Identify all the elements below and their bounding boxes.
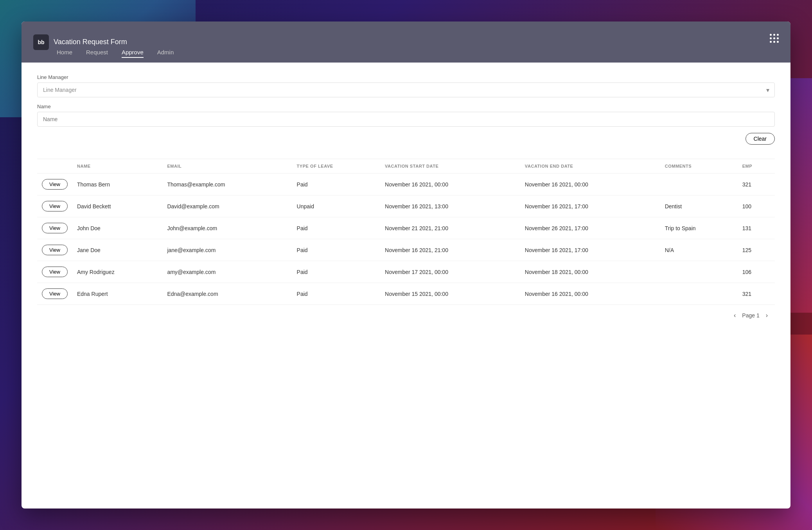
row-email: jane@example.com [162,239,292,261]
name-label: Name [37,104,775,109]
row-emp: 131 [738,217,775,239]
nav-menu: Home Request Approve Admin [57,47,174,63]
line-manager-select[interactable]: Line Manager [37,82,775,97]
requests-table: NAME EMAIL TYPE OF LEAVE VACATION START … [37,159,775,304]
table-wrapper: NAME EMAIL TYPE OF LEAVE VACATION START … [37,159,775,304]
clear-button[interactable]: Clear [746,133,775,145]
clear-row: Clear [37,133,775,151]
col-emp: EMP [738,159,775,174]
table-row: View Thomas Bern Thomas@example.com Paid… [37,174,775,195]
row-name: John Doe [72,217,162,239]
row-name: Edna Rupert [72,283,162,305]
page-indicator: Page 1 [742,312,759,319]
row-start-date: November 21 2021, 21:00 [380,217,520,239]
table-row: View Jane Doe jane@example.com Paid Nove… [37,239,775,261]
prev-page-button[interactable]: ‹ [731,311,738,320]
col-type: TYPE OF LEAVE [292,159,380,174]
view-button[interactable]: View [42,179,68,190]
row-start-date: November 16 2021, 21:00 [380,239,520,261]
col-end-date: VACATION END DATE [520,159,660,174]
col-comments: COMMENTS [660,159,738,174]
row-start-date: November 15 2021, 00:00 [380,283,520,305]
row-end-date: November 26 2021, 17:00 [520,217,660,239]
row-email: Edna@example.com [162,283,292,305]
row-emp: 100 [738,195,775,217]
row-type: Paid [292,261,380,283]
table-row: View Amy Rodriguez amy@example.com Paid … [37,261,775,283]
col-start-date: VACATION START DATE [380,159,520,174]
name-input[interactable] [37,112,775,127]
row-name: David Beckett [72,195,162,217]
row-end-date: November 18 2021, 00:00 [520,261,660,283]
row-email: Thomas@example.com [162,174,292,195]
row-type: Unpaid [292,195,380,217]
line-manager-label: Line Manager [37,74,775,80]
navbar: bb Vacation Request Form Home Request Ap… [22,21,790,63]
table-row: View David Beckett David@example.com Unp… [37,195,775,217]
view-button[interactable]: View [42,267,68,277]
row-end-date: November 16 2021, 17:00 [520,239,660,261]
brand-logo: bb [33,34,49,50]
row-comments [660,283,738,305]
view-button[interactable]: View [42,245,68,255]
row-start-date: November 16 2021, 00:00 [380,174,520,195]
col-action [37,159,72,174]
row-type: Paid [292,239,380,261]
row-end-date: November 16 2021, 00:00 [520,174,660,195]
line-manager-select-wrapper: Line Manager [37,82,775,97]
row-action: View [37,239,72,261]
nav-item-approve[interactable]: Approve [122,47,144,58]
row-name: Amy Rodriguez [72,261,162,283]
row-emp: 321 [738,174,775,195]
row-action: View [37,217,72,239]
row-name: Jane Doe [72,239,162,261]
app-menu-button[interactable] [770,34,779,43]
table-header: NAME EMAIL TYPE OF LEAVE VACATION START … [37,159,775,174]
nav-item-home[interactable]: Home [57,47,72,58]
row-email: amy@example.com [162,261,292,283]
row-type: Paid [292,174,380,195]
row-comments: Dentist [660,195,738,217]
next-page-button[interactable]: › [763,311,770,320]
row-action: View [37,261,72,283]
row-comments [660,174,738,195]
nav-item-request[interactable]: Request [86,47,108,58]
row-end-date: November 16 2021, 00:00 [520,283,660,305]
row-start-date: November 16 2021, 13:00 [380,195,520,217]
line-manager-group: Line Manager Line Manager [37,74,775,97]
page-content: Line Manager Line Manager Name Clear [22,63,790,338]
table-body: View Thomas Bern Thomas@example.com Paid… [37,174,775,305]
logo-text: bb [38,39,44,45]
row-action: View [37,195,72,217]
row-comments: Trip to Spain [660,217,738,239]
row-action: View [37,283,72,305]
row-email: David@example.com [162,195,292,217]
view-button[interactable]: View [42,201,68,211]
row-comments: N/A [660,239,738,261]
col-name: NAME [72,159,162,174]
row-action: View [37,174,72,195]
row-name: Thomas Bern [72,174,162,195]
app-title: Vacation Request Form [54,38,127,46]
filter-section: Line Manager Line Manager Name Clear [37,74,775,151]
row-emp: 106 [738,261,775,283]
view-button[interactable]: View [42,223,68,233]
name-group: Name [37,104,775,127]
row-email: John@example.com [162,217,292,239]
table-row: View Edna Rupert Edna@example.com Paid N… [37,283,775,305]
row-emp: 321 [738,283,775,305]
row-comments [660,261,738,283]
row-type: Paid [292,217,380,239]
row-end-date: November 16 2021, 17:00 [520,195,660,217]
row-start-date: November 17 2021, 00:00 [380,261,520,283]
view-button[interactable]: View [42,288,68,299]
row-type: Paid [292,283,380,305]
row-emp: 125 [738,239,775,261]
pagination: ‹ Page 1 › [37,304,775,326]
table-row: View John Doe John@example.com Paid Nove… [37,217,775,239]
nav-item-admin[interactable]: Admin [157,47,174,58]
col-email: EMAIL [162,159,292,174]
